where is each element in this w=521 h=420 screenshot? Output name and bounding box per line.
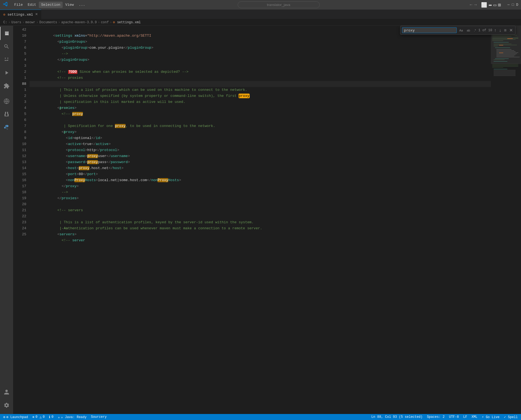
code-line-20-servers: <!-- servers [30,201,491,207]
breadcrumb: C: › Users › meowr › Documents › apache-… [0,19,521,26]
code-line-22-server-desc2: | Authentication profiles can be used wh… [30,213,491,219]
whole-word-btn[interactable]: ab [465,28,471,33]
info-icon: ℹ [49,415,50,419]
statusbar-sourcery[interactable]: Sourcery [90,414,108,420]
close-window-btn[interactable]: D [516,3,518,7]
code-line-2-end: |--> [30,93,491,99]
search-input[interactable] [238,1,320,8]
code-line-9-active: <active>true</active> [30,135,491,141]
find-prev-btn[interactable]: ↑ [493,27,497,33]
statusbar-launchpad[interactable]: ⚙ ⚙ Launchpad [2,414,29,420]
breadcrumb-part-conf[interactable]: conf [101,21,109,24]
code-line-4-comment: <!-- proxy [30,105,491,111]
breadcrumb-filename[interactable]: settings.xml [117,21,141,24]
toggle-panel-btn[interactable]: ▬ [489,2,492,8]
statusbar-java[interactable]: ☕ ☕ Java: Ready [57,414,88,420]
launchpad-label: ⚙ Launchpad [6,415,28,419]
find-close-btn[interactable]: ✕ [508,27,514,33]
code-line-10-protocol: <protocol>http</protocol> [30,141,491,147]
tabbar: ⚙ settings.xml × [0,10,521,19]
toggle-sidebar-btn[interactable]: ▭ [493,2,496,8]
code-line-21-server-desc: | This is a list of authentication profi… [30,207,491,213]
statusbar-go-live[interactable]: ⚡ Go Live [481,414,501,420]
code-line-6: --> [30,45,491,51]
code-line-16-proxy-close: </proxy> [30,177,491,183]
search-bar [92,1,465,8]
regex-btn[interactable]: .* [473,28,477,33]
statusbar-encoding[interactable]: UTF-8 [448,414,460,420]
activity-source-control[interactable] [0,53,13,66]
breadcrumb-part-drive[interactable]: C: [3,21,7,24]
svg-rect-42 [494,76,516,76]
menu-file[interactable]: File [12,2,25,8]
window-controls: ─ □ D [508,3,518,7]
statusbar-position[interactable]: Ln 88, Col 93 (5 selected) [370,414,424,420]
minimize-btn[interactable]: ─ [508,3,510,7]
activity-extensions[interactable] [0,79,13,92]
code-line-15-nonproxy: <nonProxyHosts>local.net|some.host.com</… [30,171,491,177]
nav-forward[interactable]: → [474,2,477,7]
code-line-1-desc: | This is a list of proxies which can be… [30,75,491,81]
warning-icon: △ [40,415,42,419]
activity-run[interactable] [0,66,13,79]
breadcrumb-part-maven[interactable]: apache-maven-3.9.9 [61,21,97,24]
match-case-btn[interactable]: Aa [458,28,464,33]
svg-rect-36 [494,69,507,69]
split-editor-btn[interactable]: ⬜ [481,2,487,8]
code-line-19-empty [30,195,491,201]
tab-close-btn[interactable]: × [35,12,38,17]
code-line-3-proxies: <proxies> [30,99,491,105]
statusbar-right: Ln 88, Col 93 (5 selected) Spaces: 2 UTF… [370,414,519,420]
nav-buttons: ← → [470,2,477,7]
activity-bottom [0,386,13,414]
code-line-8-id: <id>optional</id> [30,129,491,135]
activity-python[interactable] [0,121,13,134]
activity-account[interactable] [0,386,13,399]
statusbar-spaces[interactable]: Spaces: 2 [426,414,446,420]
menu-selection[interactable]: Selection [39,2,62,8]
activity-settings[interactable] [0,399,13,412]
breadcrumb-part-users[interactable]: Users [11,21,21,24]
code-line-5: </pluginGroups> [30,51,491,57]
breadcrumb-part-docs[interactable]: Documents [39,21,57,24]
layout-btn[interactable]: ⊞ [498,2,501,8]
code-line-23-comment: |--> [30,219,491,225]
statusbar-info[interactable]: ℹ 0 [48,414,54,420]
menu-edit[interactable]: Edit [25,2,38,8]
statusbar-line-ending[interactable]: LF [462,414,468,420]
code-line-88: | Unless otherwise specified (by system … [30,81,491,87]
tab-settings-xml[interactable]: ⚙ settings.xml × [0,10,41,19]
minimap [491,26,521,414]
find-count: 1 of 10 [478,28,492,32]
activity-remote[interactable] [0,95,13,108]
code-line-5-spec: | Specification for one proxy, to be use… [30,111,491,117]
code-line-7-proxy: <proxy> [30,123,491,129]
menu-bar: File Edit Selection View ... [12,2,87,8]
maximize-btn[interactable]: □ [512,3,514,7]
code-line-1-spec: | specification in this list marked as a… [30,87,491,93]
code-editor[interactable]: 42 10 7 6 5 4 3 2 1 88 1 2 3 4 5 6 7 8 9… [13,26,491,414]
line-numbers: 42 10 7 6 5 4 3 2 1 88 1 2 3 4 5 6 7 8 9… [13,26,30,414]
code-line-12-password: <password>proxypass</password> [30,153,491,159]
find-next-btn[interactable]: ↓ [498,27,502,33]
code-line-7: <pluginGroup>com.your.plugins</pluginGro… [30,39,491,45]
breadcrumb-part-user[interactable]: meowr [25,21,35,24]
code-line-24-servers-open: <servers> [30,225,491,231]
menu-view[interactable]: View [63,2,76,8]
statusbar-errors[interactable]: ⊗ 0 △ 0 [31,414,46,420]
find-toggle-btn[interactable]: ≡ [503,27,507,33]
statusbar-language[interactable]: XML [470,414,479,420]
find-input[interactable] [402,27,457,33]
activitybar [0,26,13,414]
svg-rect-37 [494,70,516,70]
code-content[interactable]: <settings xmlns="http://maven.apache.org… [30,26,491,414]
activity-search[interactable] [0,40,13,53]
code-line-6-pipe: | [30,117,491,123]
menu-more[interactable]: ... [77,2,87,8]
nav-back[interactable]: ← [470,2,473,7]
tab-file-icon: ⚙ [3,13,5,17]
error-icon: ⊗ [32,415,34,419]
activity-explorer[interactable] [0,27,13,40]
statusbar-spell[interactable]: ✓ Spell [503,414,519,420]
activity-flask[interactable] [0,108,13,121]
